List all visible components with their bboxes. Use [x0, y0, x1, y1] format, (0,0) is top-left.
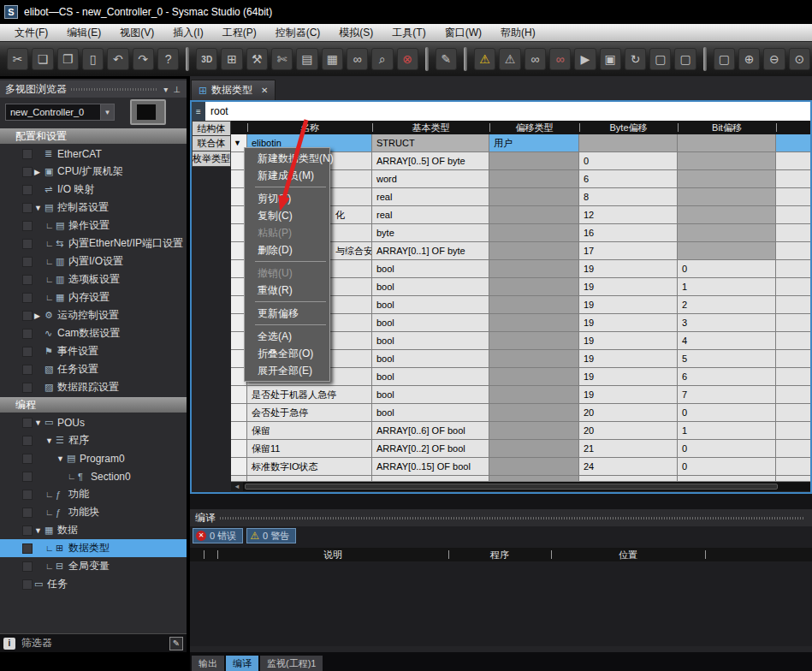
sidebar-item-functions[interactable]: ∟ƒ功能 — [0, 485, 187, 503]
cell-extra[interactable] — [776, 242, 810, 260]
cell-bit-offset[interactable] — [678, 188, 776, 206]
cell-base-type[interactable]: ARRAY[0..6] OF bool — [372, 422, 489, 440]
watch-window-icon-button[interactable]: ∞ — [347, 48, 368, 70]
tab-0[interactable]: 输出 — [192, 656, 224, 671]
cell-extra[interactable] — [776, 152, 810, 170]
cell-name[interactable]: 是否处于机器人急停 — [247, 386, 372, 404]
context-menu-item-8[interactable]: 更新偏移 — [245, 305, 329, 322]
sidebar-item-data[interactable]: ▼▦数据 — [0, 521, 187, 539]
cell-offset-type[interactable] — [489, 350, 579, 368]
cell-byte-offset[interactable]: 24 — [579, 458, 678, 476]
variable-table-icon-button[interactable]: ▦ — [322, 48, 343, 70]
cell-extra[interactable] — [776, 260, 810, 278]
cell-byte-offset[interactable]: 6 — [579, 170, 678, 188]
cell-byte-offset[interactable]: 19 — [579, 278, 678, 296]
column-header-0[interactable] — [231, 121, 247, 134]
cell-extra[interactable] — [776, 440, 810, 458]
cell-base-type[interactable]: real — [372, 188, 489, 206]
cell-byte-offset[interactable]: 0 — [579, 152, 678, 170]
cell-byte-offset[interactable]: 19 — [579, 386, 678, 404]
menu-item[interactable]: 工具(T) — [382, 24, 435, 41]
window-layout-icon-button[interactable]: ⊞ — [221, 48, 242, 70]
cell-bit-offset[interactable] — [678, 224, 776, 242]
cell-offset-type[interactable] — [489, 170, 579, 188]
3d-view-icon-button[interactable]: 3D — [196, 48, 217, 70]
cell-extra[interactable] — [776, 368, 810, 386]
expander-icon[interactable]: ▶ — [34, 168, 44, 176]
cell-name[interactable]: 保留11 — [247, 440, 372, 458]
menu-item[interactable]: 文件(F) — [5, 24, 57, 41]
row-expander[interactable] — [231, 458, 247, 476]
sidebar-item-option-board[interactable]: ∟▥选项板设置 — [0, 270, 187, 288]
item-checkbox[interactable] — [22, 383, 33, 393]
sidebar-item-operation-settings[interactable]: ∟▤操作设置 — [0, 217, 187, 235]
sidebar-item-io-map[interactable]: ⇌I/O 映射 — [0, 181, 187, 199]
cell-extra[interactable] — [776, 350, 810, 368]
redo-icon-button[interactable]: ↷ — [133, 48, 154, 70]
context-menu-item-5[interactable]: 删除(D) — [245, 241, 329, 258]
menu-item[interactable]: 控制器(C) — [266, 24, 330, 41]
tab-2[interactable]: 监视(工程)1 — [260, 656, 323, 671]
sidebar-item-event-settings[interactable]: ⚑事件设置 — [0, 342, 187, 360]
cell-extra[interactable] — [776, 332, 810, 350]
online-monitor-icon-button[interactable]: ▢ — [649, 48, 671, 70]
cell-base-type[interactable]: word — [372, 170, 489, 188]
sidebar-item-ethercat[interactable]: ≣EtherCAT — [0, 145, 187, 163]
scroll-left-icon[interactable]: ◂ — [231, 482, 243, 491]
cut-icon-button[interactable]: ✂ — [7, 48, 28, 70]
cell-byte-offset[interactable]: 16 — [579, 224, 678, 242]
sidebar-item-pous[interactable]: ▼▭POUs — [0, 413, 187, 431]
sidebar-item-programs[interactable]: ▼☰程序 — [0, 431, 187, 449]
sidebar-item-data-trace[interactable]: ▨数据跟踪设置 — [0, 378, 187, 396]
context-menu-item-11[interactable]: 展开全部(E) — [245, 362, 329, 379]
cell-byte-offset[interactable]: 19 — [579, 314, 678, 332]
cell-offset-type[interactable] — [489, 278, 579, 296]
cell-offset-type[interactable] — [489, 368, 579, 386]
paste-icon-button[interactable]: ❐ — [57, 48, 79, 70]
tree-section-0[interactable]: 配置和设置 — [0, 128, 187, 144]
sidebar-item-builtin-io[interactable]: ∟▥内置I/O设置 — [0, 252, 187, 270]
cell-extra[interactable] — [776, 224, 810, 242]
item-checkbox[interactable] — [22, 472, 33, 482]
cell-extra[interactable] — [776, 386, 810, 404]
cell-base-type[interactable]: real — [372, 206, 489, 224]
sidebar-item-program[interactable]: ▼▤Program0 — [0, 449, 187, 467]
item-checkbox[interactable] — [22, 221, 33, 231]
cell-byte-offset[interactable]: 19 — [579, 332, 678, 350]
item-checkbox[interactable] — [22, 543, 33, 554]
horizontal-splitter[interactable] — [190, 494, 812, 509]
cell-offset-type[interactable] — [489, 422, 579, 440]
cell-bit-offset[interactable]: 6 — [678, 368, 776, 386]
cell-extra[interactable] — [776, 170, 810, 188]
sidebar-item-controller-setup[interactable]: ▼▤控制器设置 — [0, 199, 187, 217]
pin-icon[interactable]: ⊥ — [170, 85, 183, 94]
chevron-down-icon[interactable]: ▼ — [100, 104, 114, 120]
cell-offset-type[interactable] — [489, 188, 579, 206]
item-checkbox[interactable] — [22, 185, 33, 195]
item-checkbox[interactable] — [22, 365, 33, 375]
row-expander[interactable] — [231, 386, 247, 404]
sidebar-item-data-types[interactable]: ∟⊞数据类型 — [0, 539, 187, 557]
build-warning-icon-button[interactable]: ⚠ — [474, 48, 495, 70]
table-row[interactable]: 标准数字IO状态ARRAY[0..15] OF bool240 — [231, 458, 810, 476]
menu-item[interactable]: 模拟(S) — [329, 24, 382, 41]
menu-item[interactable]: 窗口(W) — [436, 24, 491, 41]
cell-offset-type[interactable] — [489, 152, 579, 170]
context-menu-item-1[interactable]: 新建成员(M) — [245, 167, 329, 184]
cell-offset-type[interactable] — [489, 386, 579, 404]
cell-base-type[interactable]: bool — [372, 278, 489, 296]
cell-base-type[interactable]: ARRAY[0..2] OF bool — [372, 440, 489, 458]
context-menu-item-2[interactable]: 剪切(T) — [245, 190, 329, 207]
item-checkbox[interactable] — [22, 508, 33, 518]
cell-base-type[interactable]: bool — [372, 350, 489, 368]
table-row[interactable]: 会否处于急停bool200 — [231, 404, 810, 422]
item-checkbox[interactable] — [22, 293, 33, 303]
cell-offset-type[interactable] — [489, 332, 579, 350]
zoom-in-icon-button[interactable]: ⊕ — [738, 48, 760, 70]
cell-offset-type[interactable] — [489, 314, 579, 332]
cell-base-type[interactable]: bool — [372, 386, 489, 404]
cell-extra[interactable] — [776, 206, 810, 224]
cell-base-type[interactable]: ARRAY[0..1] OF byte — [372, 242, 489, 260]
item-checkbox[interactable] — [22, 149, 33, 159]
menu-item[interactable]: 编辑(E) — [57, 24, 110, 41]
